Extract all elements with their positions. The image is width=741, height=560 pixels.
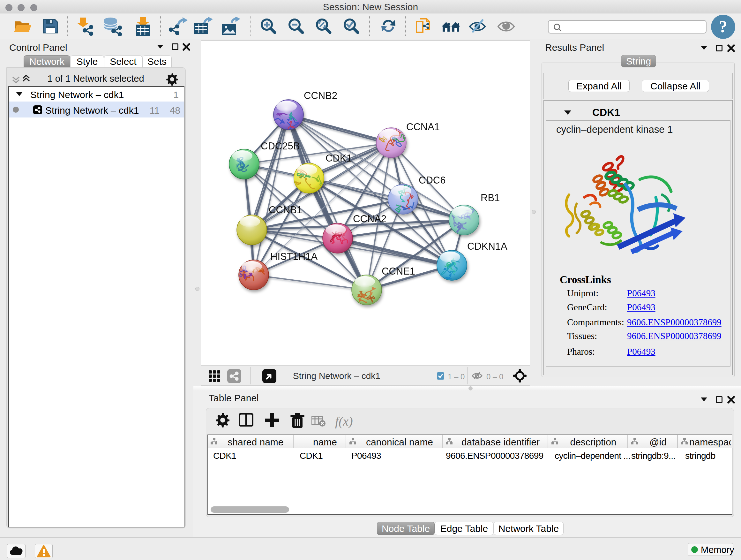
svg-text:HIST1H1A: HIST1H1A bbox=[270, 251, 318, 262]
svg-text:CDC6: CDC6 bbox=[419, 175, 446, 186]
svg-text:CCNB2: CCNB2 bbox=[304, 90, 337, 101]
svg-text:CCNA1: CCNA1 bbox=[406, 121, 440, 132]
svg-text:CDC25B: CDC25B bbox=[261, 140, 300, 152]
svg-text:CCNB1: CCNB1 bbox=[269, 204, 302, 215]
svg-text:RB1: RB1 bbox=[481, 192, 500, 203]
svg-text:CDK1: CDK1 bbox=[326, 152, 352, 164]
svg-text:CDKN1A: CDKN1A bbox=[467, 241, 508, 252]
svg-text:CCNA2: CCNA2 bbox=[353, 213, 387, 225]
svg-text:CCNE1: CCNE1 bbox=[382, 266, 415, 277]
